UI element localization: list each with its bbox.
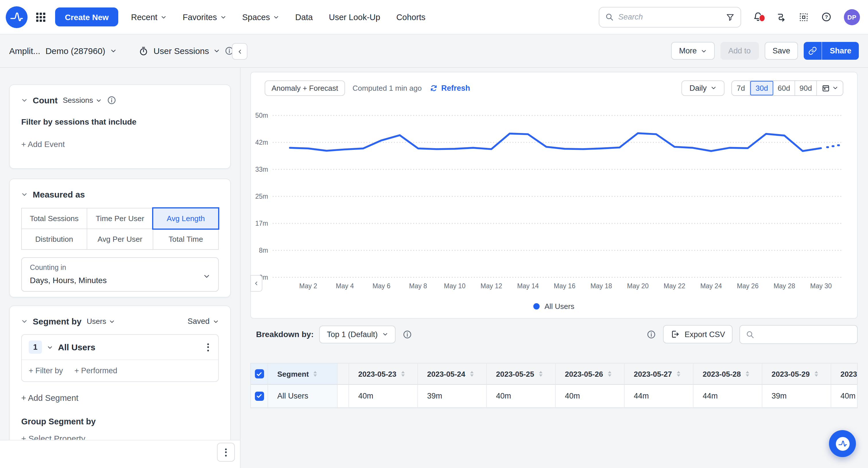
nav-item-cohorts[interactable]: Cohorts <box>389 0 434 34</box>
filter-funnel-icon[interactable] <box>725 12 735 22</box>
table-col-2023-05-24[interactable]: 2023-05-24 <box>418 364 487 385</box>
saved-dropdown[interactable]: Saved <box>187 317 219 325</box>
range-30d-button[interactable]: 30d <box>750 81 773 95</box>
calendar-range-button[interactable] <box>817 81 843 95</box>
chevron-down-icon <box>220 14 226 20</box>
segment-by-title: Segment by <box>33 316 82 326</box>
info-icon[interactable] <box>402 329 412 339</box>
amplitude-assistant-fab[interactable] <box>829 430 856 457</box>
table-col-2023-05-28[interactable]: 2023-05-28 <box>693 364 763 385</box>
chevron-left-icon <box>237 49 243 54</box>
anomaly-forecast-chip[interactable]: Anomaly + Forecast <box>265 80 345 96</box>
counting-in-select[interactable]: Counting in Days, Hours, Minutes <box>21 257 219 292</box>
table-col-2023-05-26[interactable]: 2023-05-26 <box>556 364 625 385</box>
measured-option-distribution[interactable]: Distribution <box>21 228 87 250</box>
range-7d-button[interactable]: 7d <box>732 81 750 95</box>
nav-item-spaces[interactable]: Spaces <box>234 0 287 34</box>
more-button[interactable]: More <box>671 42 715 60</box>
table-col-2023-05-23[interactable]: 2023-05-23 <box>349 364 418 385</box>
select-all-checkbox[interactable] <box>255 369 264 378</box>
segment-name[interactable]: All Users <box>58 342 95 352</box>
filter-by-button[interactable]: + Filter by <box>29 366 63 375</box>
sidebar-more-kebab-icon[interactable] <box>217 443 235 462</box>
range-90d-button[interactable]: 90d <box>795 81 817 95</box>
measured-option-avg-per-user[interactable]: Avg Per User <box>87 228 153 250</box>
user-avatar[interactable]: DP <box>844 9 860 25</box>
legend-dot <box>534 303 540 310</box>
add-segment-button[interactable]: + Add Segment <box>21 393 219 403</box>
sort-icon <box>401 371 404 377</box>
apps-grid-icon[interactable] <box>36 12 45 22</box>
share-button[interactable]: Share <box>823 42 859 60</box>
breakdown-dropdown[interactable]: Top 1 (Default) <box>319 325 396 343</box>
metric-selector[interactable]: User Sessions <box>138 45 234 56</box>
nav-item-data[interactable]: Data <box>287 0 321 34</box>
global-search-input[interactable]: Search <box>599 7 741 27</box>
journeys-icon[interactable] <box>776 11 786 22</box>
export-csv-button[interactable]: Export CSV <box>663 325 733 343</box>
performed-button[interactable]: + Performed <box>74 366 117 375</box>
collapse-section-icon[interactable] <box>21 191 28 197</box>
breakdown-bar: Breakdown by: Top 1 (Default) Export CSV <box>250 321 858 347</box>
range-60d-button[interactable]: 60d <box>773 81 795 95</box>
measured-option-total-sessions[interactable]: Total Sessions <box>21 208 87 229</box>
table-col-2023-05-27[interactable]: 2023-05-27 <box>625 364 693 385</box>
add-event-button[interactable]: + Add Event <box>10 126 230 149</box>
chevron-left-icon <box>254 281 259 286</box>
chart-card: Anomaly + Forecast Computed 1 min ago Re… <box>250 72 858 319</box>
table-col-segment[interactable]: Segment <box>268 364 338 385</box>
add-to-button[interactable]: Add to <box>720 42 758 60</box>
count-event-selector[interactable]: Sessions <box>63 96 102 104</box>
measured-option-total-time[interactable]: Total Time <box>153 228 219 250</box>
measured-option-avg-length[interactable]: Avg Length <box>152 207 220 229</box>
row-segment-name[interactable]: All Users <box>268 385 338 408</box>
chevron-down-icon <box>711 85 716 91</box>
table-header-row: Segment2023-05-232023-05-242023-05-25202… <box>251 364 858 385</box>
nav-item-recent[interactable]: Recent <box>123 0 175 34</box>
chart-legend[interactable]: All Users <box>251 302 857 311</box>
segment-item: 1 All Users + Filter by + Performed <box>21 334 219 382</box>
table-col-2023[interactable]: 2023- <box>831 364 858 385</box>
info-icon[interactable] <box>647 329 656 339</box>
counting-in-label: Counting in <box>30 263 210 272</box>
chart-panel-collapse-button[interactable] <box>250 275 262 292</box>
sort-icon <box>677 371 680 377</box>
frame-select-icon[interactable] <box>799 12 809 22</box>
segment-entity-selector[interactable]: Users <box>87 317 115 325</box>
collapse-sidebar-button[interactable] <box>232 43 247 60</box>
row-value-cell: 39m <box>763 385 831 408</box>
row-checkbox[interactable] <box>255 391 264 401</box>
help-icon[interactable]: ? <box>821 11 832 22</box>
collapse-section-icon[interactable] <box>21 318 28 324</box>
counting-in-value: Days, Hours, Minutes <box>30 276 210 285</box>
notifications-bell-icon[interactable] <box>753 11 764 22</box>
nav-item-user-look-up[interactable]: User Look-Up <box>321 0 389 34</box>
sort-icon <box>313 371 317 377</box>
svg-text:May 14: May 14 <box>517 282 539 290</box>
table-search-input[interactable] <box>739 325 858 344</box>
granularity-dropdown[interactable]: Daily <box>681 80 724 96</box>
chevron-down-icon[interactable] <box>47 344 53 350</box>
measured-option-time-per-user[interactable]: Time Per User <box>87 208 153 229</box>
copy-link-button[interactable] <box>804 42 823 60</box>
select-all-cell <box>251 364 268 385</box>
amplitude-app: Create New Recent Favorites Spaces Data … <box>0 0 868 468</box>
project-selector[interactable]: Amplit... Demo (287960) <box>9 46 117 56</box>
sessions-line-chart[interactable]: 50m42m33m25m17m8m0mMay 2May 4May 6May 8M… <box>251 106 858 295</box>
table-col-2023-05-25[interactable]: 2023-05-25 <box>487 364 556 385</box>
search-icon <box>605 12 614 21</box>
info-icon[interactable] <box>107 95 117 105</box>
create-new-button[interactable]: Create New <box>55 7 119 26</box>
amplitude-logo-icon[interactable] <box>6 6 28 28</box>
segment-options-kebab-icon[interactable] <box>205 341 211 353</box>
svg-text:May 22: May 22 <box>663 282 685 290</box>
chevron-down-icon <box>273 14 279 20</box>
breakdown-by-label: Breakdown by: <box>256 330 314 339</box>
table-col-2023-05-29[interactable]: 2023-05-29 <box>763 364 831 385</box>
refresh-button[interactable]: Refresh <box>429 84 470 92</box>
toolbar-actions: More Add to Save Share <box>671 42 859 60</box>
nav-item-favorites[interactable]: Favorites <box>175 0 234 34</box>
amplitude-logo-icon <box>836 437 849 450</box>
save-button[interactable]: Save <box>764 42 798 60</box>
collapse-section-icon[interactable] <box>21 97 28 103</box>
